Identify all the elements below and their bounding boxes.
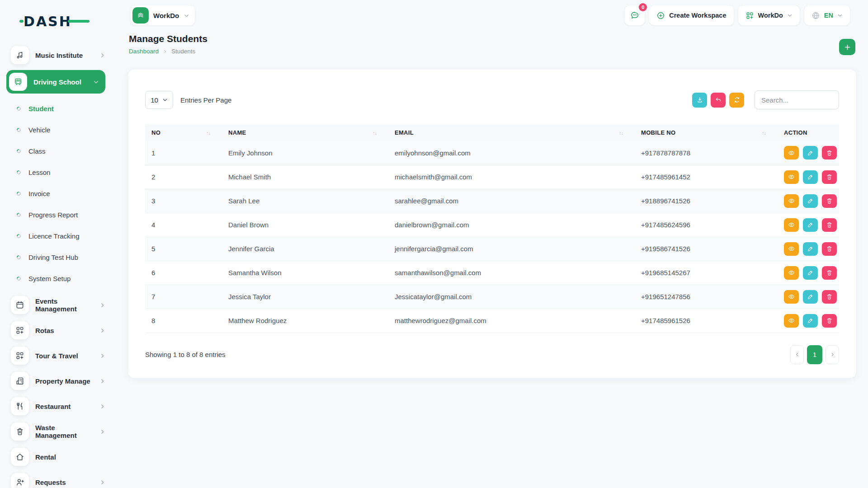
sidebar-item-tour-travel[interactable]: Tour & Travel bbox=[8, 345, 105, 366]
sidebar-subitem-driving-test-hub[interactable]: Driving Test Hub bbox=[8, 247, 105, 268]
cell-name: Emily Johnson bbox=[222, 141, 388, 165]
edit-button[interactable] bbox=[803, 146, 818, 160]
delete-button[interactable] bbox=[822, 194, 837, 208]
students-table: NO↑↓NAME↑↓EMAIL↑↓MOBILE NO↑↓ACTION 1Emil… bbox=[145, 124, 839, 333]
edit-button[interactable] bbox=[803, 194, 818, 208]
sidebar-subitem-lesson[interactable]: Lesson bbox=[8, 162, 105, 183]
sidebar-subitem-licence-tracking[interactable]: Licence Tracking bbox=[8, 225, 105, 247]
music-icon bbox=[11, 46, 29, 64]
globe-icon bbox=[811, 11, 820, 20]
workdo-menu-button[interactable]: WorkDo bbox=[738, 5, 800, 25]
row-actions bbox=[784, 314, 839, 328]
cell-name: Daniel Brown bbox=[222, 213, 388, 237]
refresh-button[interactable] bbox=[729, 93, 744, 108]
edit-button[interactable] bbox=[803, 290, 818, 304]
sidebar-item-music-institute[interactable]: Music Institute bbox=[8, 45, 105, 66]
view-button[interactable] bbox=[784, 146, 799, 160]
edit-button[interactable] bbox=[803, 170, 818, 184]
view-button[interactable] bbox=[784, 266, 799, 280]
view-button[interactable] bbox=[784, 218, 799, 232]
column-header-action: ACTION bbox=[778, 124, 839, 141]
download-icon bbox=[696, 96, 703, 103]
refresh-icon bbox=[733, 96, 741, 103]
workspace-selector[interactable]: WorkDo bbox=[131, 5, 195, 25]
view-button[interactable] bbox=[784, 290, 799, 304]
delete-button[interactable] bbox=[822, 290, 837, 304]
plus-icon bbox=[844, 43, 851, 51]
sidebar-item-rotas[interactable]: Rotas bbox=[8, 320, 105, 341]
sidebar-item-label: Rental bbox=[35, 453, 105, 461]
sidebar-item-events-management[interactable]: Events Management bbox=[8, 295, 105, 315]
delete-button[interactable] bbox=[822, 218, 837, 232]
sidebar-item-label: Music Institute bbox=[35, 52, 93, 59]
sidebar-subitem-label: Vehicle bbox=[28, 126, 50, 134]
column-header-no[interactable]: NO↑↓ bbox=[145, 124, 222, 141]
edit-button[interactable] bbox=[803, 218, 818, 232]
sidebar-item-requests[interactable]: Requests bbox=[8, 472, 105, 488]
cell-email: Jessicataylor@gmail.com bbox=[388, 285, 635, 309]
cell-no: 5 bbox=[145, 237, 222, 261]
delete-button[interactable] bbox=[822, 242, 837, 256]
cell-no: 6 bbox=[145, 261, 222, 285]
row-actions bbox=[784, 266, 839, 280]
edit-button[interactable] bbox=[803, 242, 818, 256]
column-header-mobile-no[interactable]: MOBILE NO↑↓ bbox=[635, 124, 778, 141]
sort-icon[interactable]: ↑↓ bbox=[206, 130, 210, 136]
sidebar-item-driving-school[interactable]: Driving School bbox=[6, 70, 105, 94]
edit-button[interactable] bbox=[803, 314, 818, 328]
sort-icon[interactable]: ↑↓ bbox=[619, 130, 623, 136]
row-actions bbox=[784, 242, 839, 256]
search-input[interactable] bbox=[755, 90, 839, 109]
cell-mobile: +917485961526 bbox=[635, 309, 778, 333]
delete-button[interactable] bbox=[822, 266, 837, 280]
export-download-button[interactable] bbox=[692, 93, 707, 108]
create-workspace-button[interactable]: Create Workspace bbox=[649, 5, 733, 25]
column-header-email[interactable]: EMAIL↑↓ bbox=[388, 124, 635, 141]
sidebar-subitem-invoice[interactable]: Invoice bbox=[8, 183, 105, 204]
user-plus-icon bbox=[11, 473, 29, 488]
breadcrumb-dashboard-link[interactable]: Dashboard bbox=[129, 48, 159, 55]
sidebar-subitem-vehicle[interactable]: Vehicle bbox=[8, 119, 105, 141]
page-title: Manage Students bbox=[129, 33, 208, 44]
delete-button[interactable] bbox=[822, 314, 837, 328]
sidebar-subitem-student[interactable]: Student bbox=[8, 98, 105, 119]
pagination-next-button[interactable] bbox=[826, 345, 839, 364]
entries-per-page-select[interactable]: 10 bbox=[145, 91, 173, 109]
sidebar-subitem-class[interactable]: Class bbox=[8, 141, 105, 162]
table-row: 8Matthew Rodriguezmatthewrodriguez@gmail… bbox=[145, 309, 839, 333]
chevron-down-icon bbox=[787, 13, 793, 18]
sidebar-item-rental[interactable]: Rental bbox=[8, 446, 105, 467]
add-student-button[interactable] bbox=[839, 39, 855, 55]
logo-text: DASH bbox=[24, 14, 72, 29]
messages-button[interactable]: 0 bbox=[625, 5, 645, 25]
column-header-name[interactable]: NAME↑↓ bbox=[222, 124, 388, 141]
cell-mobile: +919685145267 bbox=[635, 261, 778, 285]
edit-button[interactable] bbox=[803, 266, 818, 280]
cell-email: samanthawilson@gmail.com bbox=[388, 261, 635, 285]
sidebar-subitem-progress-report[interactable]: Progress Report bbox=[8, 204, 105, 225]
delete-button[interactable] bbox=[822, 146, 837, 160]
breadcrumb-current: Students bbox=[171, 48, 195, 55]
view-button[interactable] bbox=[784, 170, 799, 184]
view-button[interactable] bbox=[784, 242, 799, 256]
language-selector[interactable]: EN bbox=[804, 5, 850, 25]
pagination-page-1[interactable]: 1 bbox=[807, 345, 822, 364]
showing-entries-text: Showing 1 to 8 of 8 entries bbox=[145, 351, 226, 358]
sort-icon[interactable]: ↑↓ bbox=[762, 130, 766, 136]
sort-icon[interactable]: ↑↓ bbox=[373, 130, 377, 136]
sidebar-item-restaurant[interactable]: Restaurant bbox=[8, 396, 105, 417]
sidebar-subitem-system-setup[interactable]: System Setup bbox=[8, 268, 105, 289]
pagination-prev-button[interactable] bbox=[790, 345, 804, 364]
delete-button[interactable] bbox=[822, 170, 837, 184]
table-row: 7Jessica TaylorJessicataylor@gmail.com+9… bbox=[145, 285, 839, 309]
sidebar-item-property-manage[interactable]: Property Manage bbox=[8, 371, 105, 391]
chevron-right-icon bbox=[99, 302, 105, 308]
view-button[interactable] bbox=[784, 194, 799, 208]
view-button[interactable] bbox=[784, 314, 799, 328]
undo-button[interactable] bbox=[711, 93, 726, 108]
cell-no: 2 bbox=[145, 165, 222, 189]
sidebar-item-waste-management[interactable]: Waste Management bbox=[8, 421, 105, 442]
app-logo[interactable]: DASH bbox=[24, 14, 82, 29]
sidebar-item-label: Property Manage bbox=[35, 377, 93, 385]
bus-icon bbox=[9, 73, 27, 91]
